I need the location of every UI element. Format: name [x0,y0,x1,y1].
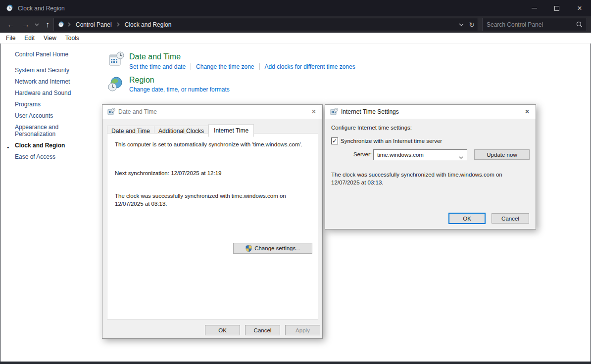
minimize-button[interactable] [523,0,545,16]
link-separator [259,63,260,70]
dialog-close-button[interactable]: × [519,105,536,119]
active-item-bullet-icon: ● [7,144,9,151]
app-icon [6,4,14,12]
category-title-date-and-time[interactable]: Date and Time [129,52,181,61]
close-icon: × [577,4,582,12]
sync-status-text: The clock was successfully synchronized … [331,171,525,186]
date-and-time-links: Set the time and date Change the time zo… [129,63,355,70]
sidebar-category-list: System and Security Network and Internet… [15,67,83,165]
change-settings-label: Change settings... [254,245,300,251]
calendar-clock-icon [107,108,115,116]
region-icon[interactable] [107,76,124,92]
sidebar-item-clock-and-region[interactable]: ● Clock and Region [15,142,83,149]
sync-checkbox[interactable]: ✓ [331,137,338,144]
minimize-icon [532,8,537,8]
server-combobox[interactable]: time.windows.com [373,149,467,160]
dialog-title: Date and Time [118,108,157,115]
date-and-time-dialog: Date and Time × Date and Time Additional… [102,104,323,339]
up-icon: ↑ [46,20,49,29]
region-links: Change date, time, or number formats [129,86,230,93]
link-change-formats[interactable]: Change date, time, or number formats [129,86,230,93]
window-title: Clock and Region [18,5,65,12]
cancel-button[interactable]: Cancel [245,325,280,335]
sidebar-item-label: Clock and Region [15,142,65,149]
sync-checkbox-label[interactable]: Synchronize with an Internet time server [341,138,442,144]
back-button[interactable]: ← [4,16,18,33]
server-label: Server: [331,151,372,157]
menu-view[interactable]: View [44,35,56,42]
address-bar[interactable]: Control Panel Clock and Region ↻ [53,18,478,31]
breadcrumb-chevron-icon[interactable] [68,22,71,27]
search-icon[interactable] [576,21,583,29]
change-settings-button[interactable]: Change settings... [233,243,312,254]
sidebar-item-user-accounts[interactable]: User Accounts [15,112,83,119]
window-border-bottom [0,362,591,364]
back-icon: ← [7,20,15,29]
tab-internet-time[interactable]: Internet Time [208,124,254,137]
breadcrumb-item-clock-and-region[interactable]: Clock and Region [123,21,174,28]
link-separator [191,63,191,70]
chevron-down-icon [35,23,39,26]
ok-button[interactable]: OK [448,213,486,224]
sidebar-item-programs[interactable]: Programs [15,101,83,108]
forward-icon: → [22,20,30,29]
category-title-region[interactable]: Region [129,76,154,85]
address-bar-controls: ↻ [459,18,475,31]
checkmark-icon: ✓ [332,137,337,144]
menu-file[interactable]: File [6,35,15,42]
sidebar-item-appearance-and-personalization[interactable]: Appearance and Personalization [15,124,83,137]
sidebar-item-network-and-internet[interactable]: Network and Internet [15,78,83,85]
breadcrumb-app-icon [58,21,65,28]
dialog-titlebar: Internet Time Settings × [325,105,536,119]
window-titlebar: Clock and Region × [0,0,591,16]
internet-time-settings-dialog: Internet Time Settings × Configure Inter… [325,104,536,229]
sidebar-item-control-panel-home[interactable]: Control Panel Home [15,51,68,58]
combo-chevron-icon [459,154,463,161]
cancel-button[interactable]: Cancel [492,213,529,224]
close-button[interactable]: × [568,0,591,16]
sidebar-item-hardware-and-sound[interactable]: Hardware and Sound [15,90,83,96]
link-set-the-time-and-date[interactable]: Set the time and date [129,63,186,70]
up-button[interactable]: ↑ [42,16,53,33]
internet-time-tab-page: This computer is set to automatically sy… [107,133,318,319]
sidebar: Control Panel Home System and Security N… [0,44,104,362]
search-box[interactable] [482,18,587,31]
recent-pages-button[interactable] [33,16,41,33]
ok-button[interactable]: OK [205,325,240,335]
sync-description-text: This computer is set to automatically sy… [115,141,302,147]
menu-tools[interactable]: Tools [65,35,79,42]
update-now-button[interactable]: Update now [474,149,530,160]
last-sync-status-text: The clock was successfully synchronized … [115,192,300,208]
maximize-button[interactable] [545,0,568,16]
close-icon: × [525,107,529,116]
maximize-icon [554,6,559,11]
address-dropdown-icon[interactable] [459,23,464,26]
calendar-clock-icon [330,108,338,116]
sidebar-item-ease-of-access[interactable]: Ease of Access [15,153,83,160]
dialog-close-button[interactable]: × [305,105,322,119]
menu-edit[interactable]: Edit [24,35,35,42]
next-sync-text: Next synchronization: 12/07/2025 at 12:1… [115,170,221,176]
apply-button[interactable]: Apply [285,325,320,335]
link-change-the-time-zone[interactable]: Change the time zone [196,63,254,70]
breadcrumb-chevron-icon[interactable] [117,22,120,27]
window-controls: × [523,0,591,16]
sidebar-item-system-and-security[interactable]: System and Security [15,67,83,74]
server-value: time.windows.com [377,152,424,158]
configure-label: Configure Internet time settings: [331,125,412,131]
close-icon: × [311,107,316,116]
navigation-bar: ← → ↑ Control Panel Clock and Region ↻ [0,16,591,33]
date-and-time-icon[interactable] [108,51,124,67]
dialog-title: Internet Time Settings [341,108,399,115]
window-border-left [0,44,0,362]
menu-bar: File Edit View Tools [0,33,591,44]
desktop: { "colors": { "titlebar_bg": "#1a1a22", … [0,0,591,364]
refresh-icon[interactable]: ↻ [469,21,475,29]
dialog-titlebar: Date and Time × [102,105,322,119]
forward-button[interactable]: → [19,16,33,33]
breadcrumb-item-control-panel[interactable]: Control Panel [74,21,114,28]
uac-shield-icon [245,245,252,252]
search-input[interactable] [487,19,571,30]
link-add-clocks[interactable]: Add clocks for different time zones [265,63,355,70]
